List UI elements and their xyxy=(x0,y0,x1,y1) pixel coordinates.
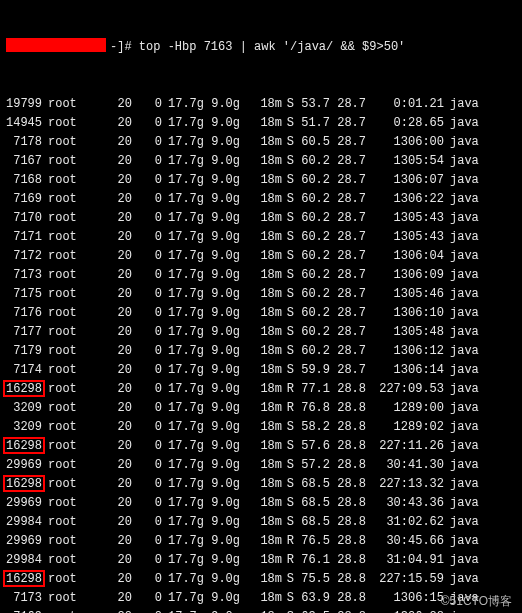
mem-cell: 28.8 xyxy=(330,456,366,475)
highlight-box xyxy=(3,475,45,492)
cpu-cell: 76.1 xyxy=(294,551,330,570)
time-cell: 1306:10 xyxy=(366,304,444,323)
user-cell: root xyxy=(48,323,84,342)
shr-cell: 18m xyxy=(240,399,282,418)
pr-cell: 20 xyxy=(84,285,132,304)
user-cell: root xyxy=(48,190,84,209)
virt-cell: 17.7g xyxy=(162,532,204,551)
pid-cell: 29969 xyxy=(0,456,42,475)
ni-cell: 0 xyxy=(132,133,162,152)
command-cell: java xyxy=(450,399,486,418)
ni-cell: 0 xyxy=(132,247,162,266)
command-cell: java xyxy=(450,532,486,551)
mem-cell: 28.7 xyxy=(330,247,366,266)
ni-cell: 0 xyxy=(132,399,162,418)
cpu-cell: 68.5 xyxy=(294,494,330,513)
shr-cell: 18m xyxy=(240,209,282,228)
command-cell: java xyxy=(450,190,486,209)
user-cell: root xyxy=(48,418,84,437)
mem-cell: 28.7 xyxy=(330,114,366,133)
cpu-cell: 60.5 xyxy=(294,133,330,152)
pid-cell: 7176 xyxy=(0,304,42,323)
state-cell: R xyxy=(282,532,294,551)
pr-cell: 20 xyxy=(84,475,132,494)
pid-cell: 7179 xyxy=(0,342,42,361)
pr-cell: 20 xyxy=(84,361,132,380)
cpu-cell: 60.2 xyxy=(294,209,330,228)
mem-cell: 28.7 xyxy=(330,266,366,285)
process-row: 16298root20017.7g9.0g18mS68.528.8227:13.… xyxy=(0,475,522,494)
state-cell: S xyxy=(282,475,294,494)
shr-cell: 18m xyxy=(240,532,282,551)
pid-cell: 19799 xyxy=(0,95,42,114)
cpu-cell: 76.8 xyxy=(294,399,330,418)
res-cell: 9.0g xyxy=(204,228,240,247)
mem-cell: 28.8 xyxy=(330,513,366,532)
command-cell: java xyxy=(450,551,486,570)
mem-cell: 28.7 xyxy=(330,361,366,380)
command-cell: java xyxy=(450,361,486,380)
state-cell: S xyxy=(282,285,294,304)
pr-cell: 20 xyxy=(84,437,132,456)
pid-cell: 7167 xyxy=(0,152,42,171)
cpu-cell: 77.1 xyxy=(294,380,330,399)
time-cell: 227:09.53 xyxy=(366,380,444,399)
command-cell: java xyxy=(450,209,486,228)
pr-cell: 20 xyxy=(84,171,132,190)
process-row: 3209root20017.7g9.0g18mR76.828.81289:00j… xyxy=(0,399,522,418)
ni-cell: 0 xyxy=(132,456,162,475)
ni-cell: 0 xyxy=(132,608,162,613)
ni-cell: 0 xyxy=(132,589,162,608)
state-cell: S xyxy=(282,418,294,437)
virt-cell: 17.7g xyxy=(162,323,204,342)
cpu-cell: 60.2 xyxy=(294,266,330,285)
shr-cell: 18m xyxy=(240,190,282,209)
pid-cell: 7178 xyxy=(0,133,42,152)
res-cell: 9.0g xyxy=(204,399,240,418)
command-cell: java xyxy=(450,570,486,589)
state-cell: R xyxy=(282,551,294,570)
res-cell: 9.0g xyxy=(204,589,240,608)
user-cell: root xyxy=(48,399,84,418)
command-cell: java xyxy=(450,323,486,342)
shr-cell: 18m xyxy=(240,114,282,133)
ni-cell: 0 xyxy=(132,323,162,342)
virt-cell: 17.7g xyxy=(162,190,204,209)
virt-cell: 17.7g xyxy=(162,133,204,152)
state-cell: S xyxy=(282,95,294,114)
process-row: 19799root20017.7g9.0g18mS53.728.70:01.21… xyxy=(0,95,522,114)
pr-cell: 20 xyxy=(84,380,132,399)
process-row: 7170root20017.7g9.0g18mS60.228.71305:43j… xyxy=(0,209,522,228)
virt-cell: 17.7g xyxy=(162,209,204,228)
command-cell: java xyxy=(450,95,486,114)
pr-cell: 20 xyxy=(84,551,132,570)
process-row: 7178root20017.7g9.0g18mS60.528.71306:00j… xyxy=(0,133,522,152)
command-cell: java xyxy=(450,171,486,190)
state-cell: S xyxy=(282,114,294,133)
virt-cell: 17.7g xyxy=(162,285,204,304)
state-cell: S xyxy=(282,437,294,456)
res-cell: 9.0g xyxy=(204,418,240,437)
user-cell: root xyxy=(48,304,84,323)
time-cell: 1305:54 xyxy=(366,152,444,171)
state-cell: R xyxy=(282,380,294,399)
process-row: 16298root20017.7g9.0g18mR77.128.8227:09.… xyxy=(0,380,522,399)
pr-cell: 20 xyxy=(84,266,132,285)
process-row: 7168root20017.7g9.0g18mS60.228.71306:07j… xyxy=(0,171,522,190)
pr-cell: 20 xyxy=(84,570,132,589)
pr-cell: 20 xyxy=(84,304,132,323)
state-cell: S xyxy=(282,570,294,589)
mem-cell: 28.7 xyxy=(330,209,366,228)
state-cell: S xyxy=(282,133,294,152)
shr-cell: 18m xyxy=(240,456,282,475)
cpu-cell: 53.7 xyxy=(294,95,330,114)
state-cell: S xyxy=(282,342,294,361)
ni-cell: 0 xyxy=(132,380,162,399)
terminal-output[interactable]: xxxxxxxxxxxxxxx -]# top -Hbp 7163 | awk … xyxy=(0,0,522,613)
process-row: 14945root20017.7g9.0g18mS51.728.70:28.65… xyxy=(0,114,522,133)
state-cell: S xyxy=(282,190,294,209)
virt-cell: 17.7g xyxy=(162,475,204,494)
pr-cell: 20 xyxy=(84,608,132,613)
virt-cell: 17.7g xyxy=(162,247,204,266)
pid-cell: 3209 xyxy=(0,399,42,418)
